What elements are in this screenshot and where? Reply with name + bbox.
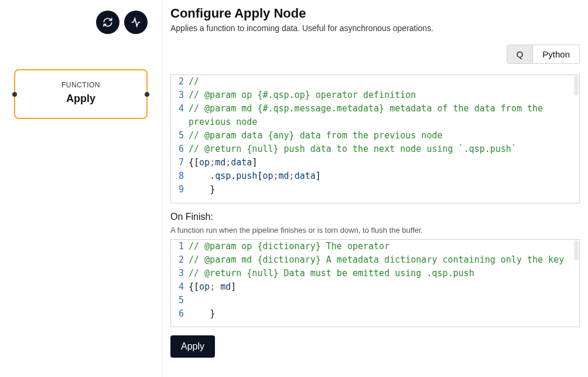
code-content: // @param op {dictionary} The operator: [189, 240, 579, 253]
canvas-toolbar: [0, 11, 162, 34]
code-line: 2//: [171, 75, 579, 89]
line-number: 2: [171, 75, 189, 89]
code-editor-main[interactable]: 2//3// @param op {#.qsp.op} operator def…: [170, 74, 580, 203]
code-line: 8 .qsp.push[op;md;data]: [171, 169, 579, 183]
code-line: 5: [171, 294, 579, 307]
code-content: //: [189, 75, 579, 89]
apply-button[interactable]: Apply: [170, 335, 215, 358]
refresh-icon: [102, 16, 114, 28]
code-content: // @return {null} Data must be emitted u…: [189, 267, 579, 280]
code-line: 3// @return {null} Data must be emitted …: [171, 267, 579, 280]
code-content: // @param op {#.qsp.op} operator definit…: [189, 89, 579, 102]
line-number: 4: [171, 280, 189, 294]
activity-button[interactable]: [124, 11, 148, 34]
node-output-handle[interactable]: [145, 92, 149, 97]
line-number: 3: [171, 267, 189, 280]
on-finish-description: A function run when the pipeline finishe…: [170, 226, 580, 235]
code-line: 3// @param op {#.qsp.op} operator defini…: [171, 89, 579, 102]
language-toggle: Q Python: [507, 45, 580, 64]
line-number: 8: [171, 169, 189, 183]
node-name: Apply: [21, 93, 141, 105]
code-content: .qsp.push[op;md;data]: [189, 169, 579, 183]
line-number: 5: [171, 294, 189, 307]
code-line: 6 }: [171, 307, 579, 321]
code-content: {[op;md;data]: [189, 156, 579, 169]
code-line: 4// @param md {#.qsp.message.metadata} m…: [171, 102, 579, 129]
line-number: 9: [171, 183, 189, 196]
code-content: // @param data {any} data from the previ…: [189, 129, 579, 142]
code-content: {[op; md]: [189, 280, 579, 294]
code-line: 7{[op;md;data]: [171, 156, 579, 169]
line-number: 1: [171, 240, 189, 253]
node-input-handle[interactable]: [12, 92, 17, 97]
refresh-button[interactable]: [96, 11, 119, 34]
scrollbar-thumb[interactable]: [574, 240, 579, 260]
code-content: // @param md {#.qsp.message.metadata} me…: [189, 102, 579, 129]
code-content: // @return {null} push data to the next …: [189, 142, 579, 156]
canvas-panel: FUNCTION Apply: [0, 0, 162, 377]
code-line: 2// @param md {dictionary} A metadata di…: [171, 253, 579, 267]
code-line: 5// @param data {any} data from the prev…: [171, 129, 579, 142]
code-content: // @param md {dictionary} A metadata dic…: [189, 253, 579, 267]
node-type-label: FUNCTION: [21, 81, 141, 89]
page-title: Configure Apply Node: [170, 6, 580, 21]
code-line: 1// @param op {dictionary} The operator: [171, 240, 579, 253]
line-number: 3: [171, 89, 189, 102]
code-line: 4{[op; md]: [171, 280, 579, 294]
line-number: 2: [171, 253, 189, 267]
code-editor-finish[interactable]: 1// @param op {dictionary} The operator2…: [170, 239, 580, 327]
line-number: 5: [171, 129, 189, 142]
line-number: 4: [171, 102, 189, 116]
node-card-apply[interactable]: FUNCTION Apply: [14, 69, 148, 119]
activity-icon: [130, 16, 142, 28]
code-line: 9 }: [171, 183, 579, 196]
line-number: 6: [171, 307, 189, 321]
lang-option-python[interactable]: Python: [533, 45, 579, 63]
on-finish-label: On Finish:: [170, 212, 580, 222]
line-number: 6: [171, 142, 189, 156]
lang-option-q[interactable]: Q: [507, 45, 534, 63]
code-line: 6// @return {null} push data to the next…: [171, 142, 579, 156]
code-content: }: [189, 183, 579, 196]
line-number: 7: [171, 156, 189, 169]
config-panel: Configure Apply Node Applies a function …: [162, 0, 588, 377]
page-subtitle: Applies a function to incoming data. Use…: [170, 23, 580, 33]
scrollbar-thumb[interactable]: [574, 76, 579, 96]
code-content: }: [189, 307, 579, 321]
